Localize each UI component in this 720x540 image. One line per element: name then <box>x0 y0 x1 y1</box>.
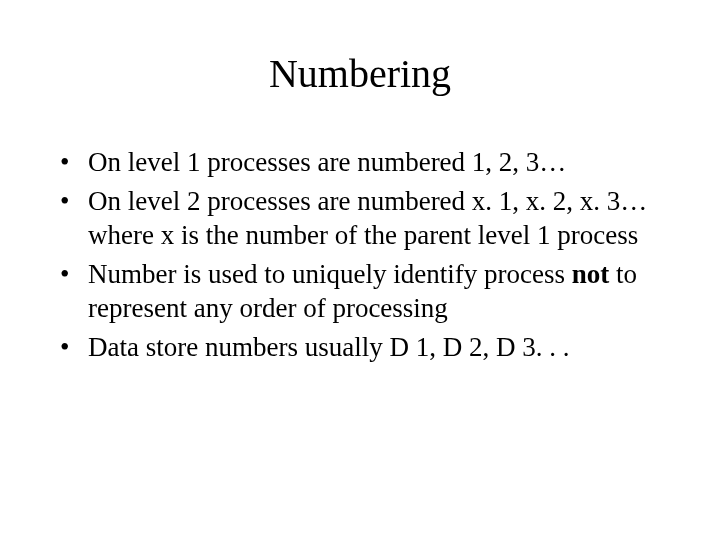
bullet-text: On level 2 processes are numbered x. 1, … <box>88 186 647 251</box>
bullet-text: On level 1 processes are numbered 1, 2, … <box>88 147 566 177</box>
slide-title: Numbering <box>60 50 660 97</box>
bullet-text-pre: Number is used to uniquely identify proc… <box>88 259 572 289</box>
bullet-list: On level 1 processes are numbered 1, 2, … <box>60 145 660 364</box>
bullet-text: Data store numbers usually D 1, D 2, D 3… <box>88 332 569 362</box>
list-item: Number is used to uniquely identify proc… <box>60 257 660 326</box>
list-item: Data store numbers usually D 1, D 2, D 3… <box>60 330 660 365</box>
slide: Numbering On level 1 processes are numbe… <box>0 0 720 540</box>
list-item: On level 1 processes are numbered 1, 2, … <box>60 145 660 180</box>
list-item: On level 2 processes are numbered x. 1, … <box>60 184 660 253</box>
bullet-text-bold: not <box>572 259 610 289</box>
